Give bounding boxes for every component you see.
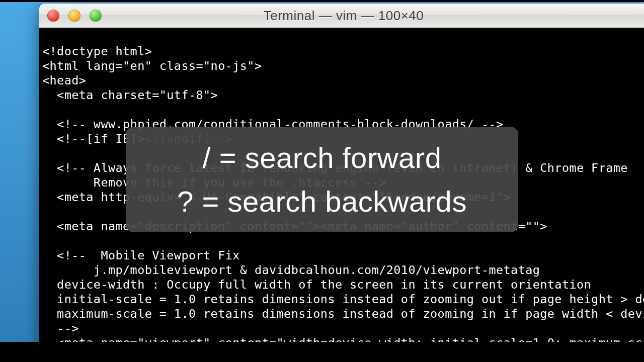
desktop-background: Terminal — vim — 100×40 <!doctype html> …: [0, 0, 644, 362]
window-controls: [47, 10, 102, 22]
code-line: j.mp/mobileviewport & davidbcalhoun.com/…: [42, 263, 540, 277]
overlay-line-1: / = search forward: [203, 136, 442, 179]
window-title: Terminal — vim — 100×40: [39, 8, 644, 24]
minimize-icon[interactable]: [68, 10, 80, 22]
close-icon[interactable]: [47, 10, 59, 22]
code-line: <!doctype html>: [42, 44, 152, 58]
window-titlebar[interactable]: Terminal — vim — 100×40: [39, 4, 644, 28]
overlay-line-2: ? = search backwards: [177, 179, 467, 223]
help-overlay: / = search forward ? = search backwards: [126, 127, 518, 232]
code-line: initial-scale = 1.0 retains dimensions i…: [42, 292, 644, 306]
letterbox-bottom: [0, 342, 644, 362]
code-line: -->: [42, 321, 79, 335]
zoom-icon[interactable]: [90, 10, 102, 22]
code-line: <meta charset="utf-8">: [42, 88, 218, 102]
code-line: <!-- Mobile Viewport Fix: [42, 248, 240, 262]
code-line: maximum-scale = 1.0 retains dimensions i…: [42, 307, 644, 321]
code-line: device-width : Occupy full width of the …: [42, 278, 591, 292]
code-line: <head>: [42, 73, 86, 87]
code-line: <html lang="en" class="no-js">: [42, 59, 262, 73]
letterbox-top: [0, 0, 644, 2]
